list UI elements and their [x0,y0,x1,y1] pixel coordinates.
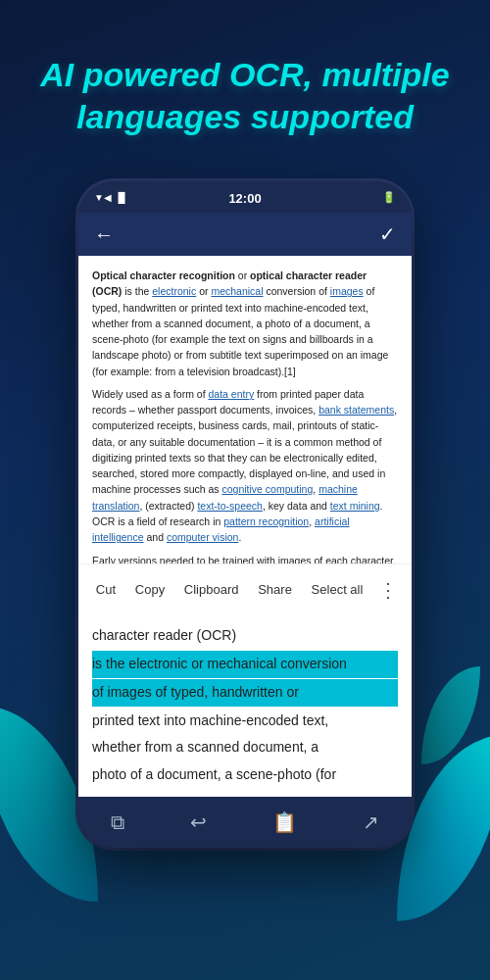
ocr-text-area: Optical character recognition or optical… [78,256,412,564]
bottom-text-line4: printed text into machine-encoded text, [92,708,398,735]
back-button[interactable]: ← [94,223,114,246]
ocr-link-cog: cognitive computing [221,483,313,495]
ocr-paragraph-3: Early versions needed to be trained with… [92,553,398,564]
ocr-link-data-entry: data entry [208,388,254,400]
confirm-button[interactable]: ✓ [379,222,396,246]
ocr-link-bank: bank statements [318,404,394,416]
hero-title-line2: languages supported [76,98,414,135]
cut-button[interactable]: Cut [92,576,120,603]
ocr-bold-1: Optical character recognition [92,270,235,281]
signal-bars: ▐▌ [115,192,128,203]
bottom-text-line5: whether from a scanned document, a [92,734,398,761]
hero-title-line1: AI powered OCR, multiple [40,56,449,93]
copy-button[interactable]: Copy [131,576,169,603]
select-all-button[interactable]: Select all [308,576,368,603]
bottom-text-line3-highlighted: of images of typed, handwritten or [92,679,398,707]
signal-icons: ▼◀ ▐▌ [94,192,128,203]
selected-text-area: character reader (OCR) is the electronic… [78,614,412,797]
ocr-paragraph-2: Widely used as a form of data entry from… [92,386,398,546]
ocr-link-pr: pattern recognition [223,515,309,527]
bottom-text-line6: photo of a document, a scene-photo (for [92,761,398,789]
ocr-link-images: images [330,285,364,297]
hero-title-section: AI powered OCR, multiple languages suppo… [0,54,490,137]
toolbar-share-icon[interactable]: ↗ [363,810,379,834]
phone-mockup: ▼◀ ▐▌ 12:00 🔋 ← ✓ Optical character reco… [78,181,412,848]
status-bar: ▼◀ ▐▌ 12:00 🔋 [78,181,412,213]
bottom-toolbar: ⧉ ↩ 📋 ↗ [78,797,412,848]
toolbar-undo-icon[interactable]: ↩ [190,810,207,834]
navigation-bar: ← ✓ [78,213,412,256]
bottom-text-line2-highlighted: is the electronic or mechanical conversi… [92,651,398,678]
ocr-link-cv: computer vision [167,531,239,543]
ocr-link-electronic: electronic [152,285,196,297]
ocr-link-mechanical: mechanical [211,285,263,297]
context-menu-bar: Cut Copy Clipboard Share Select all ⋮ [78,564,412,614]
ocr-link-tm: text mining [330,500,380,512]
clipboard-button[interactable]: Clipboard [180,576,243,603]
status-time: 12:00 [228,191,261,206]
ocr-paragraph-1: Optical character recognition or optical… [92,268,398,379]
bottom-text-line1: character reader (OCR) [92,622,398,650]
hero-title: AI powered OCR, multiple languages suppo… [29,54,461,137]
share-button[interactable]: Share [254,576,296,603]
battery-icon: 🔋 [382,191,396,204]
toolbar-clipboard-icon[interactable]: 📋 [272,810,297,834]
wifi-icon: ▼◀ [94,192,112,203]
toolbar-copy-icon[interactable]: ⧉ [111,811,124,834]
more-options-button[interactable]: ⋮ [378,578,398,602]
ocr-link-tts: text-to-speech [197,500,263,512]
